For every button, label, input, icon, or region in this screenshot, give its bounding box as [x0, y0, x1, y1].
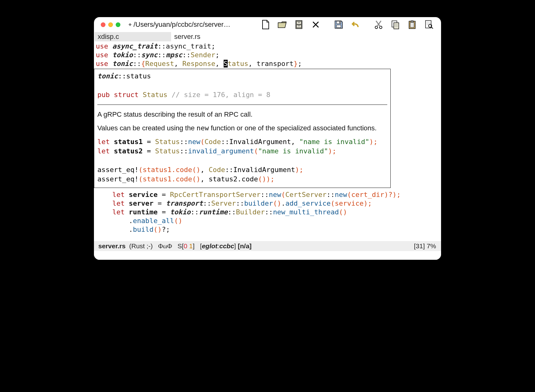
clipboard-icon — [407, 20, 417, 30]
svg-rect-6 — [337, 25, 341, 28]
mode-line-left: server.rs (Rust ;-) ΦωΦ S [ 0 1 ] [ eglo… — [98, 242, 252, 250]
traffic-lights — [101, 22, 120, 27]
search-icon — [424, 20, 434, 30]
position-indicator: [31] 7% — [414, 242, 436, 250]
hover-path: tonic::status pub struct Status // size … — [97, 72, 387, 100]
cut-button[interactable] — [373, 19, 384, 30]
lsp-hover-popup: tonic::status pub struct Status // size … — [94, 69, 391, 188]
copy-icon — [390, 20, 400, 30]
save-icon — [334, 20, 344, 30]
editor-window: ⌖ /Users/yuan/p/ccbc/src/server… — [94, 17, 441, 260]
mode-line[interactable]: server.rs (Rust ;-) ΦωΦ S [ 0 1 ] [ eglo… — [94, 241, 441, 251]
hover-divider — [97, 105, 387, 105]
window-title-text: /Users/yuan/p/ccbc/src/server… — [133, 21, 230, 28]
code-text: ::async_trait; — [158, 42, 215, 50]
kill-buffer-button[interactable] — [310, 19, 321, 30]
hover-example: let status1 = Status::new(Code::InvalidA… — [97, 137, 387, 184]
dired-button[interactable] — [294, 19, 304, 30]
crate-name: async_trait — [112, 42, 158, 50]
inline-code: new — [197, 124, 209, 132]
tab-bar: xdisp.c server.rs — [94, 32, 441, 41]
major-mode: (Rust ;-) — [129, 242, 153, 250]
svg-rect-2 — [296, 25, 301, 28]
new-file-button[interactable] — [260, 19, 271, 30]
vc-status: [n/a] — [238, 242, 252, 250]
minimize-window-button[interactable] — [108, 22, 113, 27]
close-window-button[interactable] — [101, 22, 105, 27]
undo-button[interactable] — [350, 19, 361, 30]
flycheck-warnings: 1 — [189, 242, 193, 250]
crate-name: tonic — [112, 60, 133, 68]
eglot-indicator: eglot — [202, 242, 217, 250]
svg-rect-4 — [298, 26, 300, 26]
copy-button[interactable] — [390, 19, 401, 30]
scissors-icon — [374, 20, 384, 30]
kw-use: use — [96, 51, 108, 59]
paste-button[interactable] — [407, 19, 417, 30]
find-button[interactable] — [424, 19, 434, 30]
hover-doc: A gRPC status describing the result of a… — [97, 110, 387, 133]
tab-label: xdisp.c — [98, 33, 119, 41]
buffer-name: server.rs — [98, 242, 126, 250]
zoom-window-button[interactable] — [116, 22, 120, 27]
doc-paragraph: Values can be created using the new func… — [97, 124, 387, 133]
tab-server[interactable]: server.rs — [171, 32, 205, 41]
code-editor-continued[interactable]: let service = RpcCertTransportServer::ne… — [94, 188, 441, 234]
svg-rect-1 — [296, 21, 301, 24]
titlebar: ⌖ /Users/yuan/p/ccbc/src/server… — [94, 17, 441, 32]
svg-rect-3 — [298, 22, 300, 23]
folder-open-icon — [277, 20, 287, 30]
flycheck-label: S — [178, 242, 182, 250]
doc-paragraph: A gRPC status describing the result of a… — [97, 110, 387, 119]
eglot-project: ccbc — [219, 242, 234, 250]
toolbar — [260, 19, 436, 30]
modified-indicator: ⌖ — [128, 21, 132, 28]
open-button[interactable] — [277, 19, 287, 30]
tab-xdisp[interactable]: xdisp.c — [95, 32, 171, 41]
code-editor[interactable]: use async_trait::async_trait; use tokio:… — [94, 41, 441, 68]
tab-label: server.rs — [174, 33, 200, 41]
svg-rect-11 — [394, 23, 399, 29]
svg-rect-14 — [411, 21, 413, 22]
nyan-indicator: ΦωΦ — [158, 242, 172, 250]
echo-area[interactable] — [94, 251, 441, 260]
svg-rect-7 — [339, 21, 340, 23]
kw-use: use — [96, 42, 108, 50]
undo-icon — [351, 20, 361, 30]
close-icon — [312, 21, 319, 28]
new-file-icon — [260, 20, 270, 30]
window-title: ⌖ /Users/yuan/p/ccbc/src/server… — [128, 21, 230, 29]
flycheck-errors: 0 — [184, 242, 188, 250]
save-button[interactable] — [333, 19, 344, 30]
file-cabinet-icon — [294, 20, 304, 30]
kw-use: use — [96, 60, 108, 68]
crate-name: tokio — [112, 51, 133, 59]
text-cursor: S — [224, 60, 228, 68]
